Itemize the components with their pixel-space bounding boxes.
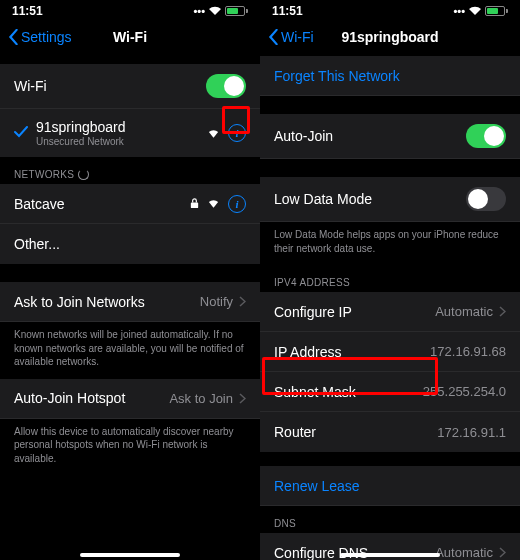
- nav-bar: Wi-Fi 91springboard: [260, 20, 520, 56]
- lock-icon: [188, 198, 201, 209]
- status-bar: 11:51 •••: [260, 0, 520, 20]
- status-time: 11:51: [12, 4, 43, 18]
- back-label: Settings: [21, 29, 72, 45]
- auto-join-row[interactable]: Auto-Join: [260, 114, 520, 159]
- status-time: 11:51: [272, 4, 303, 18]
- ip-address-row: IP Address 172.16.91.68: [260, 332, 520, 372]
- ipv4-header: IPV4 ADDRESS: [260, 265, 520, 292]
- wifi-toggle-row[interactable]: Wi-Fi: [0, 64, 260, 109]
- wifi-signal-icon: [207, 198, 220, 209]
- subnet-mask-row: Subnet Mask 255.255.254.0: [260, 372, 520, 412]
- network-row-other[interactable]: Other...: [0, 224, 260, 264]
- router-row: Router 172.16.91.1: [260, 412, 520, 452]
- chevron-right-icon: [499, 547, 506, 558]
- auto-join-toggle[interactable]: [466, 124, 506, 148]
- wifi-settings-screen: 11:51 ••• Settings Wi-Fi Wi-Fi 91springb…: [0, 0, 260, 560]
- wifi-signal-icon: [207, 128, 220, 139]
- chevron-right-icon: [499, 306, 506, 317]
- renew-lease-row[interactable]: Renew Lease: [260, 466, 520, 506]
- low-data-footer: Low Data Mode helps apps on your iPhone …: [260, 222, 520, 265]
- svg-rect-0: [191, 203, 198, 209]
- configure-ip-row[interactable]: Configure IP Automatic: [260, 292, 520, 332]
- networks-header: NETWORKS: [0, 157, 260, 184]
- home-indicator: [80, 553, 180, 557]
- info-icon[interactable]: i: [228, 124, 246, 142]
- back-label: Wi-Fi: [281, 29, 314, 45]
- ask-footer: Known networks will be joined automatica…: [0, 322, 260, 379]
- check-icon: [14, 124, 28, 142]
- network-name: 91springboard: [36, 119, 201, 135]
- wifi-toggle[interactable]: [206, 74, 246, 98]
- info-icon[interactable]: i: [228, 195, 246, 213]
- status-bar: 11:51 •••: [0, 0, 260, 20]
- hotspot-footer: Allow this device to automatically disco…: [0, 419, 260, 476]
- nav-bar: Settings Wi-Fi: [0, 20, 260, 56]
- forget-network-row[interactable]: Forget This Network: [260, 56, 520, 96]
- chevron-right-icon: [239, 296, 246, 307]
- wifi-label: Wi-Fi: [14, 78, 206, 94]
- low-data-mode-row[interactable]: Low Data Mode: [260, 177, 520, 222]
- auto-join-hotspot-row[interactable]: Auto-Join Hotspot Ask to Join: [0, 379, 260, 419]
- ask-to-join-row[interactable]: Ask to Join Networks Notify: [0, 282, 260, 322]
- spinner-icon: [78, 169, 89, 180]
- home-indicator: [340, 553, 440, 557]
- back-button[interactable]: Settings: [8, 29, 72, 45]
- chevron-right-icon: [239, 393, 246, 404]
- back-button[interactable]: Wi-Fi: [268, 29, 314, 45]
- dns-header: DNS: [260, 506, 520, 533]
- network-row-batcave[interactable]: Batcave i: [0, 184, 260, 224]
- status-icons: •••: [453, 5, 508, 17]
- status-icons: •••: [193, 5, 248, 17]
- network-sub: Unsecured Network: [36, 136, 201, 147]
- connected-network-row[interactable]: 91springboard Unsecured Network i: [0, 109, 260, 157]
- low-data-toggle[interactable]: [466, 187, 506, 211]
- network-detail-screen: 11:51 ••• Wi-Fi 91springboard Forget Thi…: [260, 0, 520, 560]
